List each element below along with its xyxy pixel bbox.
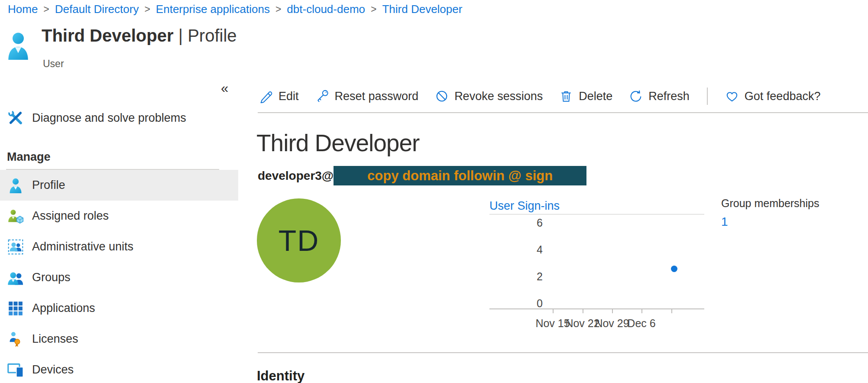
groups-icon — [6, 270, 25, 285]
group-memberships-count-link[interactable]: 1 — [721, 215, 819, 229]
edit-label: Edit — [279, 90, 299, 103]
sidebar-item-licenses[interactable]: Licenses — [0, 324, 238, 354]
breadcrumb: Home > Default Directory > Enterprise ap… — [8, 3, 462, 16]
page-title: Third Developer | Profile — [42, 26, 237, 45]
user-sign-ins-link[interactable]: User Sign-ins — [489, 199, 560, 213]
sidebar: Diagnose and solve problems Manage Profi… — [0, 104, 238, 383]
object-type-label: User — [43, 58, 64, 70]
command-bar-rule — [258, 112, 868, 113]
pencil-icon — [259, 89, 273, 103]
azure-user-profile-page: Home > Default Directory > Enterprise ap… — [0, 0, 868, 383]
got-feedback-label: Got feedback? — [745, 90, 821, 103]
sidebar-item-administrative-units[interactable]: Administrative units — [0, 231, 238, 262]
y-tick-label: 2 — [489, 270, 543, 283]
breadcrumb-third-developer[interactable]: Third Developer — [382, 3, 462, 16]
user-principal-name: developer3@ copy domain followin @ sign — [258, 166, 586, 185]
group-memberships-block: Group memberships 1 — [721, 197, 819, 229]
sign-in-data-point — [671, 266, 677, 272]
refresh-label: Refresh — [648, 90, 690, 103]
delete-label: Delete — [579, 90, 612, 103]
user-sign-ins-chart: User Sign-ins 6 4 2 0 Nov 15 Nov 22 Nov … — [489, 199, 704, 334]
administrative-units-icon — [6, 239, 25, 255]
avatar: TD — [257, 198, 341, 282]
assigned-roles-icon — [6, 208, 25, 224]
user-avatar-icon — [7, 31, 29, 62]
sidebar-item-label: Devices — [32, 363, 74, 377]
breadcrumb-home[interactable]: Home — [8, 3, 38, 16]
breadcrumb-enterprise-applications[interactable]: Enterprise applications — [156, 3, 270, 16]
sidebar-item-profile[interactable]: Profile — [0, 170, 238, 201]
breadcrumb-separator: > — [275, 3, 281, 15]
user-display-name: Third Developer — [256, 129, 419, 157]
sidebar-item-diagnose[interactable]: Diagnose and solve problems — [0, 104, 238, 132]
sidebar-item-label: Assigned roles — [32, 209, 109, 223]
key-icon — [315, 89, 329, 103]
profile-person-icon — [6, 178, 25, 193]
chart-title-rule — [489, 214, 704, 214]
refresh-icon — [629, 89, 643, 103]
y-tick-label: 0 — [489, 297, 543, 310]
page-title-blade: Profile — [188, 26, 236, 45]
redaction-note: copy domain followin @ sign — [367, 168, 553, 184]
sidebar-item-label: Applications — [32, 302, 95, 315]
group-memberships-label: Group memberships — [721, 197, 819, 210]
sidebar-item-assigned-roles[interactable]: Assigned roles — [0, 201, 238, 231]
sidebar-collapse-button[interactable]: « — [221, 81, 228, 96]
diagnose-tools-icon — [6, 110, 25, 126]
got-feedback-button[interactable]: Got feedback? — [725, 89, 821, 103]
block-icon — [435, 89, 449, 103]
devices-icon — [6, 362, 25, 378]
avatar-initials: TD — [279, 224, 320, 257]
sidebar-item-groups[interactable]: Groups — [0, 262, 238, 293]
heart-icon — [725, 89, 739, 103]
x-axis-tick — [612, 309, 613, 313]
sidebar-item-label: Diagnose and solve problems — [32, 111, 186, 125]
sidebar-item-label: Licenses — [32, 332, 78, 346]
command-bar: Edit Reset password Revoke sessions — [259, 86, 820, 107]
breadcrumb-separator: > — [144, 3, 150, 15]
page-title-separator: | — [178, 26, 183, 45]
breadcrumb-dbt-cloud-demo[interactable]: dbt-cloud-demo — [287, 3, 365, 16]
applications-grid-icon — [6, 301, 25, 316]
breadcrumb-default-directory[interactable]: Default Directory — [55, 3, 139, 16]
x-tick-label: Dec 6 — [621, 317, 662, 330]
revoke-sessions-label: Revoke sessions — [454, 90, 543, 103]
upn-prefix: developer3@ — [258, 169, 334, 183]
licenses-icon — [6, 331, 25, 347]
sidebar-item-label: Profile — [32, 179, 65, 192]
page-title-name: Third Developer — [42, 26, 174, 45]
x-axis-tick — [641, 309, 642, 313]
x-axis-tick — [583, 309, 583, 313]
x-axis-tick — [553, 309, 554, 313]
sidebar-item-devices[interactable]: Devices — [0, 354, 238, 383]
sidebar-section-manage: Manage — [0, 147, 238, 166]
domain-redaction-overlay: copy domain followin @ sign — [334, 166, 586, 185]
identity-section-title: Identity — [257, 368, 304, 383]
breadcrumb-separator: > — [43, 3, 49, 15]
sidebar-item-label: Administrative units — [32, 240, 133, 253]
refresh-button[interactable]: Refresh — [629, 89, 690, 103]
sidebar-item-label: Groups — [32, 271, 71, 284]
y-tick-label: 4 — [489, 243, 543, 256]
revoke-sessions-button[interactable]: Revoke sessions — [435, 89, 543, 103]
trash-icon — [559, 89, 573, 103]
y-tick-label: 6 — [489, 217, 543, 229]
toolbar-divider — [707, 88, 708, 105]
section-divider — [258, 352, 868, 353]
reset-password-label: Reset password — [335, 90, 419, 103]
sidebar-item-applications[interactable]: Applications — [0, 293, 238, 324]
reset-password-button[interactable]: Reset password — [315, 89, 419, 103]
edit-button[interactable]: Edit — [259, 89, 299, 103]
delete-button[interactable]: Delete — [559, 89, 612, 103]
x-axis-tick — [671, 309, 672, 313]
breadcrumb-separator: > — [371, 3, 376, 15]
